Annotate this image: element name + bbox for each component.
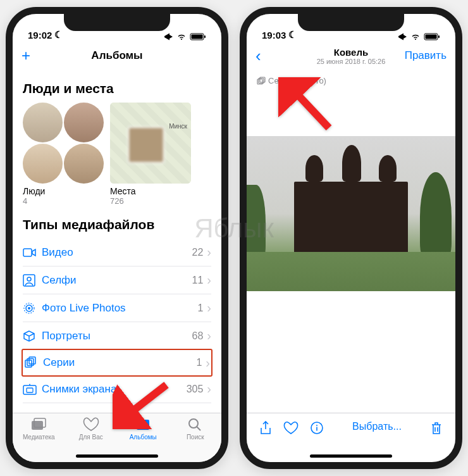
dnd-moon-icon: ☾ [54,29,63,41]
map-city-label: Минск [169,123,187,130]
face-thumbnail [23,144,63,184]
nav-bar: ‹ Ковель 25 июня 2018 г. 05:26 Править [247,42,455,70]
wifi-icon [176,33,187,41]
svg-rect-2 [204,35,206,38]
info-button[interactable] [310,421,324,437]
home-indicator [310,454,392,458]
burst-icon [24,356,43,369]
media-label: Серии [43,356,196,369]
tab-label: Поиск [187,434,204,441]
tab-label: Альбомы [130,434,157,441]
photo-location-title: Ковель [300,47,402,58]
media-row-video[interactable]: Видео22› [23,239,211,266]
svg-rect-10 [27,359,34,366]
svg-point-26 [316,425,317,426]
burst-icon [257,77,266,85]
media-row-live[interactable]: Фото Live Photos1› [23,294,211,322]
face-thumbnail [23,103,63,142]
face-thumbnail [64,144,104,184]
chevron-right-icon: › [207,273,211,287]
photo-date-subtitle: 25 июня 2018 г. 05:26 [300,58,402,65]
people-label: Люди [23,186,104,196]
svg-rect-27 [316,427,317,431]
nav-bar: + Альбомы [13,42,221,70]
status-time: 19:02 [28,30,52,41]
nav-title: Альбомы [66,49,168,62]
tab-label: Для Вас [79,434,103,441]
svg-rect-4 [23,275,35,286]
tab-Медиатека[interactable]: Медиатека [13,417,65,462]
airplane-icon [164,33,173,41]
svg-rect-12 [23,385,36,394]
favorite-button[interactable] [283,421,299,437]
chevron-right-icon: › [207,329,211,343]
svg-rect-13 [27,388,33,392]
media-count: 1 [197,303,203,314]
section-people-places: Люди и места [23,81,211,96]
notch [298,13,404,31]
select-button[interactable]: Выбрать... [352,421,402,432]
svg-rect-3 [23,249,32,256]
svg-rect-20 [426,35,437,39]
places-tile[interactable]: Минск Места 726 [110,103,191,206]
section-media-types: Типы медиафайлов [23,217,211,232]
battery-icon [424,33,440,41]
face-thumbnail [64,103,104,142]
media-label: Фото Live Photos [42,302,197,315]
battery-icon [190,33,206,41]
media-count: 11 [192,275,204,286]
places-label: Места [110,186,191,196]
media-row-burst[interactable]: Серии1› [22,349,212,377]
media-row-portrait[interactable]: Портреты68› [23,322,211,350]
media-count: 305 [187,384,204,395]
edit-button[interactable]: Править [405,49,446,62]
map-photo-thumb [128,127,164,163]
people-tile[interactable]: Люди 4 [23,103,104,206]
svg-point-18 [189,419,198,428]
media-count: 68 [192,330,204,342]
places-count: 726 [110,196,191,206]
video-icon [23,247,42,258]
trash-button[interactable] [430,421,443,439]
home-indicator [76,454,158,458]
svg-point-14 [29,384,30,385]
selfie-icon [23,274,42,287]
annotation-arrow [113,379,169,432]
portrait-icon [23,330,42,342]
media-label: Селфи [42,274,192,287]
annotation-arrow [278,77,342,137]
svg-point-5 [27,277,31,281]
photo-viewer[interactable] [247,136,455,291]
svg-rect-1 [192,35,203,39]
chevron-right-icon: › [207,382,211,396]
add-button[interactable]: + [22,47,30,65]
media-label: Видео [42,246,192,259]
svg-point-8 [28,307,30,310]
svg-rect-21 [438,35,440,38]
left-phone: 19:02 ☾ + Альбомы Люди и места [6,7,228,469]
airplane-icon [398,33,407,41]
tab-Поиск[interactable]: Поиск [169,417,222,462]
status-time: 19:03 [262,30,286,41]
media-label: Портреты [42,330,192,342]
chevron-right-icon: › [206,356,210,370]
media-row-selfie[interactable]: Селфи11› [23,266,211,294]
tab-label: Медиатека [23,434,55,441]
back-button[interactable]: ‹ [256,46,261,66]
right-phone: 19:03 ☾ ‹ Ковель 25 июня 2018 г. 05:26 П… [240,7,462,469]
people-count: 4 [23,196,104,206]
media-count: 1 [196,357,202,368]
chevron-right-icon: › [207,301,211,315]
share-button[interactable] [259,421,272,439]
media-count: 22 [192,247,204,258]
chevron-right-icon: › [207,245,211,260]
dnd-moon-icon: ☾ [288,29,297,41]
notch [64,13,170,31]
svg-rect-15 [32,421,43,430]
wifi-icon [410,33,421,41]
live-icon [23,302,42,315]
screenshot-icon [23,384,42,395]
